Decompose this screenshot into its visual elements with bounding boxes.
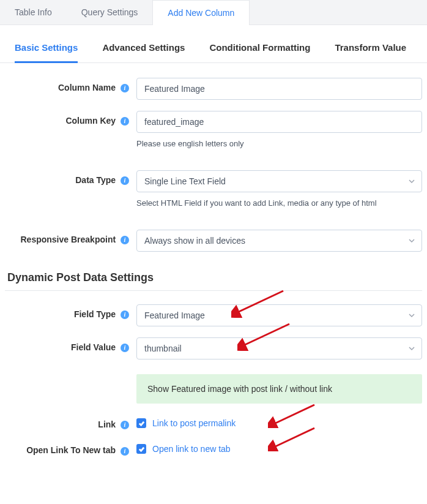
subtab-advanced-settings[interactable]: Advanced Settings <box>102 42 185 62</box>
label-text: Open Link To New tab <box>26 445 116 455</box>
subtab-transform-value[interactable]: Transform Value <box>335 42 406 62</box>
field-type-select[interactable]: Featured Image <box>136 304 422 326</box>
row-responsive-breakpoint: Responsive Breakpoint i Always show in a… <box>5 230 422 252</box>
row-field-value: Field Value i thumbnail <box>5 337 422 359</box>
top-tabs: Table Info Query Settings Add New Column <box>0 0 427 25</box>
info-icon[interactable]: i <box>121 344 129 352</box>
new-tab-check-label[interactable]: Open link to new tab <box>152 444 231 454</box>
label-text: Responsive Breakpoint <box>21 235 116 244</box>
responsive-breakpoint-select[interactable]: Always show in all devices <box>136 230 422 252</box>
featured-image-notice: Show Featured image with post link / wit… <box>136 374 422 404</box>
column-key-help: Please use english letters only <box>136 139 422 148</box>
form-panel: Column Name i Column Key i Please use en… <box>0 63 427 458</box>
new-tab-checkbox[interactable] <box>136 444 146 454</box>
label-text: Field Type <box>74 309 116 319</box>
subtab-basic-settings[interactable]: Basic Settings <box>15 42 78 63</box>
row-link: Link i Link to post permalink <box>5 415 422 429</box>
tab-table-info[interactable]: Table Info <box>0 0 67 24</box>
subtab-conditional-formatting[interactable]: Conditional Formatting <box>209 42 310 62</box>
link-checkbox[interactable] <box>136 418 146 428</box>
tab-add-new-column[interactable]: Add New Column <box>152 0 250 25</box>
label-column-name: Column Name i <box>5 78 136 92</box>
info-icon[interactable]: i <box>121 421 129 429</box>
label-data-type: Data Type i <box>5 170 136 185</box>
label-field-value: Field Value i <box>5 337 136 352</box>
info-icon[interactable]: i <box>121 117 129 126</box>
column-key-input[interactable] <box>136 111 422 133</box>
label-text: Link <box>98 419 116 429</box>
section-dynamic-post-data: Dynamic Post Data Settings <box>5 263 422 291</box>
label-field-type: Field Type i <box>5 304 136 319</box>
tab-query-settings[interactable]: Query Settings <box>67 0 153 24</box>
info-icon[interactable]: i <box>121 176 129 185</box>
label-text: Column Name <box>58 83 116 92</box>
column-name-input[interactable] <box>136 78 422 100</box>
row-open-new-tab: Open Link To New tab i Open link to new … <box>5 440 422 455</box>
row-notice: Show Featured image with post link / wit… <box>5 370 422 404</box>
row-field-type: Field Type i Featured Image <box>5 304 422 326</box>
data-type-select[interactable]: Single Line Text Field <box>136 170 422 192</box>
info-icon[interactable]: i <box>121 310 129 319</box>
sub-tabs: Basic Settings Advanced Settings Conditi… <box>0 25 427 63</box>
label-open-new-tab: Open Link To New tab i <box>5 440 136 455</box>
data-type-help: Select HTML Field if you want to add Lin… <box>136 198 422 208</box>
label-column-key: Column Key i <box>5 111 136 126</box>
field-value-select[interactable]: thumbnail <box>136 337 422 359</box>
row-data-type: Data Type i Single Line Text Field Selec… <box>5 170 422 208</box>
row-column-key: Column Key i Please use english letters … <box>5 111 422 148</box>
link-check-label[interactable]: Link to post permalink <box>152 418 236 428</box>
info-icon[interactable]: i <box>121 447 129 456</box>
row-column-name: Column Name i <box>5 78 422 100</box>
info-icon[interactable]: i <box>121 84 129 92</box>
label-link: Link i <box>5 415 136 429</box>
label-text: Field Value <box>71 342 116 352</box>
label-text: Column Key <box>65 116 116 126</box>
info-icon[interactable]: i <box>121 236 129 244</box>
label-text: Data Type <box>75 175 116 185</box>
label-responsive-breakpoint: Responsive Breakpoint i <box>5 230 136 244</box>
